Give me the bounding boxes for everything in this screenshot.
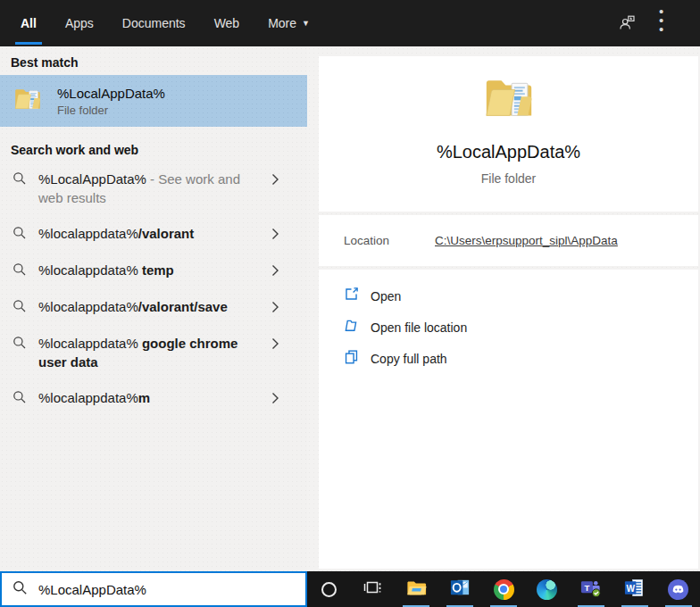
tab-apps-label: Apps (65, 16, 94, 30)
suggestion-row[interactable]: %localappdata%/valorant (0, 217, 307, 251)
preview-panel: %LocalAppData% File folder Location C:\U… (307, 46, 700, 571)
task-view-icon (362, 578, 382, 601)
tab-all[interactable]: All (20, 0, 38, 46)
search-icon (12, 336, 27, 353)
suggestion-query: %localappdata% (38, 390, 138, 405)
search-box (0, 571, 307, 607)
tab-all-label: All (21, 16, 37, 30)
chevron-right-icon[interactable] (271, 173, 279, 189)
results-panel: Best match %LocalAppData% File folder (0, 46, 307, 571)
taskbar-word-button[interactable]: W (612, 571, 656, 607)
word-icon: W (623, 577, 646, 603)
header-icons: • • • (618, 13, 700, 33)
chevron-right-icon[interactable] (271, 392, 279, 408)
chevron-right-icon[interactable] (271, 264, 279, 280)
tab-documents[interactable]: Documents (121, 0, 187, 46)
action-open-file-location[interactable]: Open file location (319, 312, 698, 343)
suggestion-query: %localappdata% (38, 299, 138, 314)
windows-search-flyout: All Apps Documents Web More▼ • • • Best … (0, 0, 700, 607)
taskbar-outlook-button[interactable] (438, 571, 482, 607)
search-web-heading: Search work and web (0, 134, 307, 162)
taskbar-edge-button[interactable] (525, 571, 569, 607)
search-icon (12, 299, 27, 317)
suggestion-row[interactable]: %localappdata% temp (0, 254, 307, 287)
tab-more[interactable]: More▼ (267, 0, 311, 46)
suggestion-row[interactable]: %localappdata%m (0, 381, 307, 415)
search-header: All Apps Documents Web More▼ • • • (0, 0, 700, 46)
best-match-heading: Best match (0, 46, 307, 75)
suggestion-row[interactable]: %localappdata% google chrome user data (0, 327, 307, 378)
location-row: Location C:\Users\erpsupport_sipl\AppDat… (319, 215, 698, 266)
tab-apps[interactable]: Apps (64, 0, 95, 46)
account-icon[interactable] (618, 13, 638, 33)
taskbar: T W (307, 571, 700, 607)
best-match-subtitle: File folder (57, 104, 165, 117)
suggestion-row[interactable]: %LocalAppData% - See work and web result… (0, 162, 307, 214)
chevron-down-icon: ▼ (302, 19, 310, 28)
preview-card: %LocalAppData% File folder Location C:\U… (319, 56, 698, 569)
action-open-file-location-label: Open file location (371, 320, 467, 335)
file-explorer-icon (405, 577, 428, 603)
preview-actions: Open Open file location (319, 270, 698, 569)
search-icon (2, 580, 28, 599)
svg-text:T: T (585, 582, 590, 592)
search-icon (12, 226, 27, 244)
more-options-icon[interactable]: • • • (659, 13, 679, 33)
search-icon (12, 171, 27, 189)
tab-web[interactable]: Web (213, 0, 241, 46)
taskbar-discord-button[interactable] (656, 571, 700, 607)
search-icon (12, 262, 27, 280)
chevron-right-icon[interactable] (271, 301, 279, 317)
open-file-location-icon (344, 318, 359, 337)
tab-more-label: More (268, 16, 296, 30)
suggestion-query: %LocalAppData% (38, 171, 146, 187)
suggestion-completion: temp (142, 262, 174, 278)
taskbar-chrome-button[interactable] (482, 571, 526, 607)
preview-title: %LocalAppData% (437, 142, 580, 162)
taskbar-file-explorer-button[interactable] (395, 571, 438, 607)
teams-icon: T (579, 577, 602, 603)
outlook-icon (449, 577, 471, 603)
discord-icon (668, 579, 688, 600)
tab-web-label: Web (214, 16, 240, 30)
search-icon (12, 390, 27, 408)
edge-icon (537, 579, 557, 600)
suggestion-query: %localappdata% (38, 226, 138, 241)
chrome-icon (494, 579, 514, 600)
preview-hero: %LocalAppData% File folder (319, 56, 698, 212)
taskbar-teams-button[interactable]: T (569, 571, 612, 607)
suggestion-completion: m (138, 390, 150, 405)
best-match-item[interactable]: %LocalAppData% File folder (0, 75, 307, 127)
svg-text:W: W (627, 583, 636, 593)
copy-icon (344, 349, 359, 368)
action-open-label: Open (371, 289, 401, 304)
location-label: Location (344, 234, 435, 247)
best-match-title: %LocalAppData% (57, 86, 165, 101)
action-open[interactable]: Open (319, 280, 698, 312)
folder-icon (12, 84, 43, 118)
suggestion-query: %localappdata% (38, 336, 142, 351)
suggestion-completion: /valorant (138, 226, 195, 241)
taskbar-task-view-button[interactable] (351, 571, 395, 607)
open-icon (344, 287, 359, 305)
folder-icon (481, 71, 537, 129)
cortana-icon (321, 582, 337, 597)
chevron-right-icon[interactable] (271, 337, 279, 353)
action-copy-full-path-label: Copy full path (371, 352, 447, 366)
tab-documents-label: Documents (122, 16, 186, 30)
search-input[interactable] (38, 582, 305, 597)
suggestion-completion: /valorant/save (138, 299, 228, 314)
preview-subtitle: File folder (481, 171, 536, 186)
suggestion-row[interactable]: %localappdata%/valorant/save (0, 290, 307, 324)
taskbar-cortana-button[interactable] (307, 571, 351, 607)
action-copy-full-path[interactable]: Copy full path (319, 343, 698, 374)
search-tabs: All Apps Documents Web More▼ (0, 0, 338, 46)
location-link[interactable]: C:\Users\erpsupport_sipl\AppData (435, 234, 618, 247)
chevron-right-icon[interactable] (271, 228, 279, 244)
suggestion-query: %localappdata% (38, 262, 142, 278)
